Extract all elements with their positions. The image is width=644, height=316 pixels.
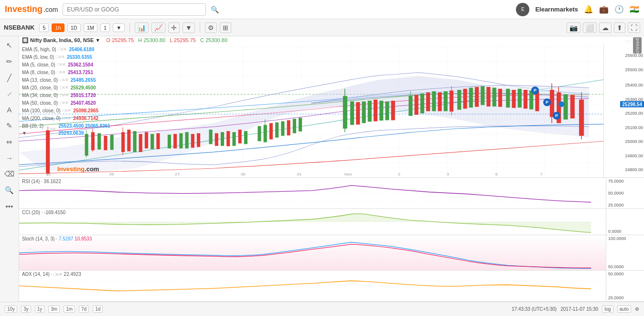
svg-rect-94 — [498, 89, 502, 107]
ma34-controls[interactable]: □≡✕ — [60, 92, 69, 99]
top-navigation: Investing .com 🔍 E Elearnmarkets 🔔 💼 🕐 🇮… — [0, 0, 644, 19]
ma8-controls[interactable]: □≡✕ — [57, 69, 66, 76]
footer: 10y 3y 1y 3m 1m 7d 1d 17:43:33 (UTC+5:30… — [0, 302, 644, 316]
bell-icon[interactable]: 🔔 — [584, 5, 593, 14]
ma100-value: 25098.2865 — [73, 107, 98, 114]
tf-10y-btn[interactable]: 10y — [5, 305, 17, 313]
svg-rect-78 — [415, 95, 419, 115]
stoch-value1: 7.5287 — [59, 236, 74, 241]
avatar: E — [516, 3, 529, 16]
tf-5-button[interactable]: 5 — [39, 23, 49, 32]
svg-rect-87 — [457, 90, 461, 110]
ma50-row: MA (50, close, 0) □≡✕ 25407.4520 — [22, 99, 126, 107]
more-tool[interactable]: ••• — [4, 200, 15, 212]
ma20-controls[interactable]: □≡✕ — [60, 85, 69, 91]
svg-text:7: 7 — [540, 173, 543, 176]
price-24900: 24900.00 — [625, 153, 643, 158]
ray-tool[interactable]: ⟋ — [4, 88, 15, 100]
svg-rect-42 — [156, 133, 160, 149]
crosshair-button[interactable]: ✛ — [168, 22, 180, 33]
ma34-label: MA (34, close, 0) — [22, 92, 58, 99]
cursor-tool[interactable]: ↖ — [4, 39, 14, 52]
tf-3m-btn[interactable]: 3m — [48, 305, 60, 313]
svg-rect-57 — [264, 125, 267, 142]
svg-rect-38 — [133, 131, 136, 152]
zoom-tool[interactable]: 🔍 — [3, 184, 16, 196]
line-tool[interactable]: ╱ — [5, 72, 13, 84]
settings-button[interactable]: ⚙ — [205, 22, 217, 33]
upload-button[interactable]: ⬆ — [614, 22, 625, 33]
svg-rect-70 — [362, 101, 365, 123]
svg-rect-53 — [232, 132, 236, 146]
tf-3y-btn[interactable]: 3y — [21, 305, 31, 313]
tf-dropdown-button[interactable]: ▼ — [113, 23, 125, 32]
ema5-high-value: 25406.6180 — [69, 46, 94, 53]
svg-rect-98 — [524, 90, 527, 109]
tf-1y-btn[interactable]: 1y — [35, 305, 45, 313]
tf-1-button[interactable]: 1 — [100, 23, 110, 32]
tf-1d-btn[interactable]: 1d — [93, 305, 103, 313]
pencil-tool[interactable]: ✏ — [4, 55, 14, 68]
current-price-label: 25298.54 — [620, 101, 644, 107]
tf-1d-button[interactable]: 1D — [67, 23, 81, 32]
svg-rect-76 — [408, 96, 412, 116]
settings-icon[interactable]: ⚙ — [635, 306, 639, 312]
ohlc-header: 🔲 Nifty Bank, India, 60, NSE ▼ O 25295.7… — [19, 36, 644, 44]
briefcase-icon[interactable]: 💼 — [599, 5, 609, 14]
adx-value: 22.4923 — [64, 272, 81, 277]
arrow-tool[interactable]: → — [4, 152, 15, 164]
tf-7d-btn[interactable]: 7d — [79, 305, 89, 313]
cci-axis-0: 0.0000 — [608, 229, 642, 234]
svg-rect-88 — [463, 89, 467, 109]
auto-btn[interactable]: auto — [617, 305, 631, 313]
line-chart-type-button[interactable]: 📈 — [151, 22, 165, 33]
svg-rect-59 — [269, 123, 273, 140]
layout-button[interactable]: ⬜ — [583, 22, 597, 33]
nav-right: E Elearnmarkets 🔔 💼 🕐 🇮🇳 — [516, 3, 639, 16]
bar-chart-type-button[interactable]: 📊 — [135, 22, 149, 33]
ma13-label: MA (13, close, 0) — [22, 76, 58, 84]
bb20-controls[interactable]: □≡✕ — [48, 126, 57, 133]
log-btn[interactable]: log — [602, 305, 613, 313]
search-icon[interactable]: 🔍 — [211, 6, 219, 13]
svg-text:Nov: Nov — [344, 173, 352, 176]
flag-icon[interactable]: 🇮🇳 — [630, 5, 639, 14]
price-25600: 25600.00 — [625, 53, 643, 58]
ma5-controls[interactable]: □≡✕ — [57, 62, 66, 68]
svg-rect-56 — [258, 126, 261, 142]
ma50-controls[interactable]: □≡✕ — [60, 100, 69, 107]
price-25400: 25400.00 — [625, 83, 643, 87]
chart-dropdown-button[interactable]: ▼ — [182, 22, 195, 33]
tf-1m-button[interactable]: 1M — [84, 23, 97, 32]
svg-rect-80 — [426, 92, 430, 111]
stoch-axis: 100.0000 50.0000 — [606, 235, 644, 271]
search-input[interactable] — [63, 3, 206, 16]
fullscreen-button[interactable]: ⛶ — [628, 22, 640, 33]
ma100-controls[interactable]: □≡✕ — [63, 108, 72, 114]
ma200-controls[interactable]: □≡✕ — [63, 115, 72, 122]
ema5-high-controls[interactable]: □≡✕ — [58, 46, 67, 53]
tf-1h-button[interactable]: 1h — [52, 23, 64, 32]
ma5-value: 25362.1504 — [68, 61, 93, 68]
measure-tool[interactable]: ⇔ — [4, 136, 14, 148]
annotation-tool[interactable]: ✎ — [4, 120, 14, 132]
tf-1m-btn[interactable]: 1m — [64, 305, 75, 313]
svg-rect-65 — [343, 96, 347, 129]
bb20-value: 25523.4500 25065.8361 25293.0639 — [58, 122, 126, 137]
text-tool[interactable]: A — [5, 104, 13, 116]
clock-icon[interactable]: 🕐 — [614, 5, 624, 14]
adx-axis: 50.0000 25.0000 — [606, 271, 644, 301]
price-25000: 25000.00 — [625, 139, 643, 144]
ma13-controls[interactable]: □≡✕ — [60, 77, 69, 84]
eraser-tool[interactable]: ⌫ — [2, 168, 16, 180]
ema5-low-controls[interactable]: □≡✕ — [56, 54, 65, 61]
compare-button[interactable]: ⊞ — [220, 22, 231, 33]
camera-button[interactable]: 📷 — [567, 22, 580, 33]
adx-ctrl[interactable]: □≡✕ — [54, 272, 63, 277]
stoch-axis-50: 50.0000 — [608, 264, 642, 269]
cloud-button[interactable]: ☁ — [599, 22, 612, 33]
rsi-chart: RSI (14) · 36.1622 — [19, 178, 606, 208]
p-bubble-2: P — [543, 98, 551, 106]
svg-rect-81 — [432, 91, 436, 111]
logo[interactable]: Investing .com — [5, 4, 58, 14]
